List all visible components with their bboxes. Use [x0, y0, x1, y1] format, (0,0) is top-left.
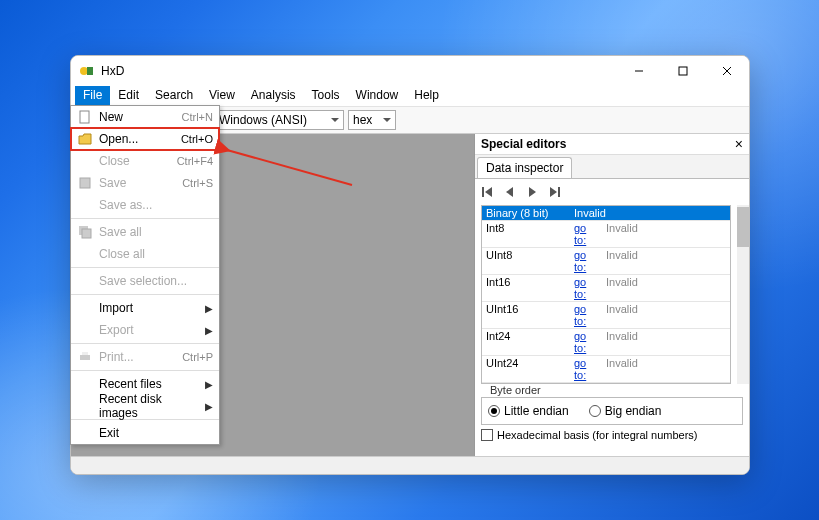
hex-basis-label: Hexadecimal basis (for integral numbers)	[497, 429, 698, 441]
type-cell: Int24	[482, 329, 570, 355]
table-row[interactable]: UInt16 go to: Invalid	[482, 302, 730, 329]
menu-tools[interactable]: Tools	[304, 86, 348, 106]
menu-item-save-as[interactable]: Save as...	[71, 194, 219, 216]
value-cell: Invalid	[602, 248, 730, 274]
menu-search[interactable]: Search	[147, 86, 201, 106]
special-editors-header: Special editors ×	[475, 134, 749, 155]
menu-shortcut: Ctrl+N	[182, 111, 213, 123]
menu-edit[interactable]: Edit	[110, 86, 147, 106]
table-row[interactable]: Int24 go to: Invalid	[482, 329, 730, 356]
table-row[interactable]: UInt8 go to: Invalid	[482, 248, 730, 275]
separator	[71, 370, 219, 371]
menu-analysis[interactable]: Analysis	[243, 86, 304, 106]
charset-value: Windows (ANSI)	[219, 113, 307, 127]
submenu-arrow-icon: ▶	[205, 325, 213, 336]
inspector-table: Binary (8 bit) Invalid Int8 go to: Inval…	[481, 205, 731, 384]
menu-shortcut: Ctrl+F4	[177, 155, 213, 167]
menu-label: Save	[99, 176, 176, 190]
menu-help[interactable]: Help	[406, 86, 447, 106]
menu-item-close-all[interactable]: Close all	[71, 243, 219, 265]
value-cell: Invalid	[602, 221, 730, 247]
value-cell: Invalid	[602, 356, 730, 382]
prev-record-icon[interactable]	[503, 185, 517, 199]
status-bar	[71, 456, 749, 474]
table-row[interactable]: Int8 go to: Invalid	[482, 221, 730, 248]
menu-label: Close all	[99, 247, 213, 261]
menu-item-import[interactable]: Import ▶	[71, 297, 219, 319]
close-panel-icon[interactable]: ×	[735, 136, 743, 152]
menu-item-recent-disks[interactable]: Recent disk images ▶	[71, 395, 219, 417]
menu-label: New	[99, 110, 176, 124]
goto-link[interactable]: go to:	[570, 302, 602, 328]
separator	[71, 294, 219, 295]
numbase-select[interactable]: hex	[348, 110, 396, 130]
svg-rect-12	[82, 229, 91, 238]
submenu-arrow-icon: ▶	[205, 303, 213, 314]
folder-open-icon	[77, 132, 93, 146]
next-record-icon[interactable]	[525, 185, 539, 199]
menu-file[interactable]: File	[75, 86, 110, 106]
table-scrollbar[interactable]	[737, 205, 749, 384]
goto-link[interactable]: go to:	[570, 329, 602, 355]
menu-item-open[interactable]: Open... Ctrl+O	[71, 128, 219, 150]
menu-item-print[interactable]: Print... Ctrl+P	[71, 346, 219, 368]
file-menu-dropdown: New Ctrl+N Open... Ctrl+O Close Ctrl+F4 …	[70, 105, 220, 445]
menu-label: Export	[99, 323, 199, 337]
big-endian-label: Big endian	[605, 404, 662, 418]
goto-link[interactable]: go to:	[570, 221, 602, 247]
submenu-arrow-icon: ▶	[205, 379, 213, 390]
table-row[interactable]: Binary (8 bit) Invalid	[482, 206, 730, 221]
menu-label: Save as...	[99, 198, 213, 212]
menu-label: Recent files	[99, 377, 199, 391]
tab-data-inspector[interactable]: Data inspector	[477, 157, 572, 178]
last-record-icon[interactable]	[547, 185, 561, 199]
separator	[71, 267, 219, 268]
goto-link[interactable]: go to:	[570, 275, 602, 301]
maximize-button[interactable]	[661, 56, 705, 86]
menu-window[interactable]: Window	[348, 86, 407, 106]
svg-rect-8	[558, 187, 560, 197]
printer-icon	[77, 350, 93, 364]
menu-item-save-selection[interactable]: Save selection...	[71, 270, 219, 292]
hex-basis-checkbox[interactable]: Hexadecimal basis (for integral numbers)	[481, 429, 743, 441]
minimize-button[interactable]	[617, 56, 661, 86]
menu-item-exit[interactable]: Exit	[71, 422, 219, 444]
little-endian-radio[interactable]: Little endian	[488, 404, 569, 418]
menu-item-save[interactable]: Save Ctrl+S	[71, 172, 219, 194]
menu-label: Open...	[99, 132, 175, 146]
svg-rect-9	[80, 111, 89, 123]
type-cell: Int8	[482, 221, 570, 247]
table-row[interactable]: UInt24 go to: Invalid	[482, 356, 730, 383]
charset-select[interactable]: Windows (ANSI)	[214, 110, 344, 130]
first-record-icon[interactable]	[481, 185, 495, 199]
menu-shortcut: Ctrl+P	[182, 351, 213, 363]
byte-order-legend: Byte order	[487, 384, 544, 396]
menu-item-close[interactable]: Close Ctrl+F4	[71, 150, 219, 172]
title-bar: HxD	[71, 56, 749, 86]
separator	[71, 218, 219, 219]
checkbox-icon	[481, 429, 493, 441]
menu-view[interactable]: View	[201, 86, 243, 106]
menu-bar: File Edit Search View Analysis Tools Win…	[71, 86, 749, 106]
svg-rect-10	[80, 178, 90, 188]
record-nav	[475, 179, 749, 205]
svg-point-0	[80, 67, 88, 75]
menu-item-save-all[interactable]: Save all	[71, 221, 219, 243]
menu-label: Exit	[99, 426, 213, 440]
svg-rect-1	[87, 67, 93, 75]
little-endian-label: Little endian	[504, 404, 569, 418]
type-cell: Int16	[482, 275, 570, 301]
big-endian-radio[interactable]: Big endian	[589, 404, 662, 418]
type-cell: UInt8	[482, 248, 570, 274]
separator	[71, 343, 219, 344]
menu-item-new[interactable]: New Ctrl+N	[71, 106, 219, 128]
menu-item-export[interactable]: Export ▶	[71, 319, 219, 341]
close-button[interactable]	[705, 56, 749, 86]
type-cell: Binary (8 bit)	[482, 206, 570, 220]
goto-link[interactable]: go to:	[570, 248, 602, 274]
svg-rect-14	[82, 352, 88, 355]
app-icon	[79, 63, 95, 79]
table-row[interactable]: Int16 go to: Invalid	[482, 275, 730, 302]
goto-link[interactable]: go to:	[570, 356, 602, 382]
value-cell: Invalid	[570, 206, 730, 220]
